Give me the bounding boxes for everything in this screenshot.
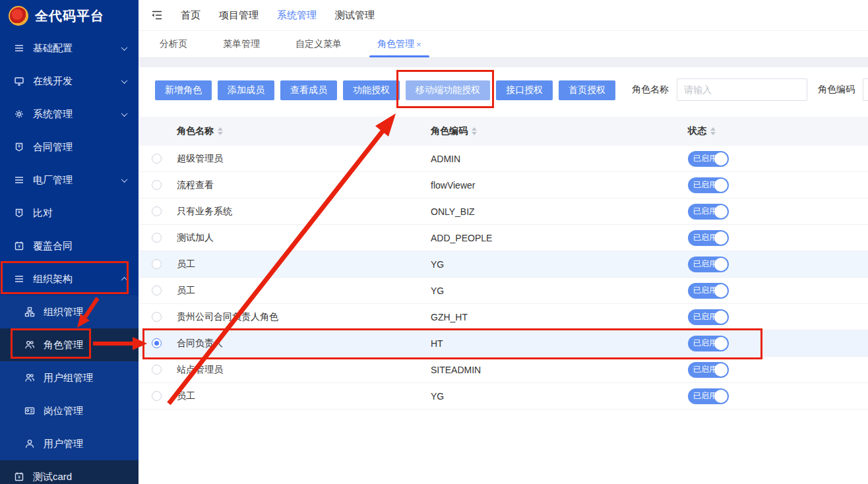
- sort-icon[interactable]: [472, 127, 477, 135]
- menu-icon: [13, 175, 25, 185]
- sort-icon[interactable]: [218, 127, 223, 135]
- row-radio[interactable]: [152, 154, 162, 164]
- sidebar-item-plant-mgmt[interactable]: 电厂管理: [0, 164, 139, 197]
- status-toggle[interactable]: 已启用: [688, 336, 729, 351]
- api-auth-button[interactable]: 接口授权: [496, 80, 553, 100]
- status-toggle[interactable]: 已启用: [688, 204, 729, 220]
- sidebar: 全代码平台 基础配置 在线开发 系统管理 ¥ 合同管理 电厂管理 ¥ 比对 ¥ …: [0, 0, 139, 484]
- sidebar-item-label: 电厂管理: [33, 174, 73, 187]
- chevron-down-icon: [121, 77, 128, 84]
- tab-bar: 分析页 菜单管理 自定义菜单 角色管理 ×: [139, 31, 868, 58]
- sidebar-item-compare[interactable]: ¥ 比对: [0, 197, 139, 229]
- tab-menu-mgmt[interactable]: 菜单管理: [220, 31, 263, 57]
- table-row[interactable]: 合同负责人 HT 已启用: [139, 330, 868, 357]
- row-radio[interactable]: [152, 180, 162, 190]
- row-radio[interactable]: [152, 233, 162, 243]
- status-label: 已启用: [693, 232, 717, 243]
- chevron-down-icon: [121, 176, 128, 183]
- row-radio[interactable]: [152, 391, 162, 401]
- role-code-cell: YG: [431, 391, 688, 402]
- role-code-cell: HT: [431, 338, 688, 349]
- role-name-input[interactable]: [677, 78, 807, 101]
- row-radio[interactable]: [152, 206, 162, 216]
- calendar-icon: ¥: [13, 471, 25, 482]
- sidebar-item-label: 组织管理: [44, 306, 83, 318]
- row-radio[interactable]: [152, 312, 162, 322]
- sort-icon[interactable]: [710, 127, 716, 135]
- function-auth-button[interactable]: 功能授权: [343, 80, 400, 100]
- sidebar-item-contract-mgmt[interactable]: ¥ 合同管理: [0, 131, 139, 164]
- row-radio[interactable]: [152, 365, 162, 375]
- status-toggle[interactable]: 已启用: [688, 283, 729, 299]
- badge-icon: ¥: [13, 208, 25, 218]
- status-toggle[interactable]: 已启用: [688, 362, 729, 378]
- calendar-icon: ¥: [13, 241, 25, 251]
- table-row[interactable]: 流程查看 flowViewer 已启用: [139, 172, 868, 198]
- sidebar-item-org-structure[interactable]: 组织架构: [0, 262, 139, 295]
- tab-role-mgmt[interactable]: 角色管理 ×: [375, 31, 424, 57]
- table-row[interactable]: 员工 YG 已启用: [139, 251, 868, 278]
- sidebar-item-label: 比对: [33, 207, 53, 220]
- svg-text:¥: ¥: [18, 475, 20, 479]
- people-icon: [24, 340, 36, 350]
- row-radio[interactable]: [152, 338, 162, 348]
- sidebar-item-label: 系统管理: [33, 108, 73, 121]
- add-role-button[interactable]: 新增角色: [155, 80, 212, 100]
- table-row[interactable]: 只有业务系统 ONLY_BIZ 已启用: [139, 198, 868, 225]
- filter-group: 角色名称 角色编码: [632, 78, 868, 101]
- sidebar-item-post-mgmt[interactable]: 岗位管理: [0, 394, 139, 427]
- view-member-button[interactable]: 查看成员: [280, 80, 337, 100]
- status-label: 已启用: [693, 364, 717, 375]
- sidebar-item-role-mgmt[interactable]: 角色管理: [0, 328, 139, 361]
- table-row[interactable]: 贵州公司合同负责人角色 GZH_HT 已启用: [139, 304, 868, 330]
- role-code-cell: YG: [431, 259, 688, 270]
- add-member-button[interactable]: 添加成员: [218, 80, 274, 100]
- sidebar-item-user-group-mgmt[interactable]: 用户组管理: [0, 361, 139, 394]
- table-row[interactable]: 员工 YG 已启用: [139, 278, 868, 304]
- sidebar-item-base-config[interactable]: 基础配置: [0, 32, 139, 65]
- status-toggle[interactable]: 已启用: [688, 257, 729, 272]
- home-auth-button[interactable]: 首页授权: [559, 80, 615, 100]
- role-name-cell: 员工: [177, 285, 431, 297]
- toolbar: 新增角色 添加成员 查看成员 功能授权 移动端功能授权 接口授权 首页授权 角色…: [139, 67, 868, 117]
- nav-item-system-mgmt[interactable]: 系统管理: [277, 9, 317, 22]
- sidebar-item-label: 覆盖合同: [33, 240, 73, 253]
- mobile-function-auth-button[interactable]: 移动端功能授权: [406, 80, 490, 100]
- status-toggle[interactable]: 已启用: [688, 388, 729, 404]
- content-divider: [139, 58, 868, 67]
- table-row[interactable]: 员工 YG 已启用: [139, 383, 868, 409]
- table-body: 超级管理员 ADMIN 已启用 流程查看 flowViewer 已启用 只有业务…: [139, 146, 868, 409]
- tab-custom-menu[interactable]: 自定义菜单: [293, 31, 344, 57]
- role-code-input[interactable]: [863, 78, 868, 101]
- sidebar-item-online-dev[interactable]: 在线开发: [0, 65, 139, 98]
- tab-analysis[interactable]: 分析页: [157, 31, 190, 57]
- table-row[interactable]: 超级管理员 ADMIN 已启用: [139, 146, 868, 172]
- row-radio[interactable]: [152, 259, 162, 269]
- sidebar-item-test-card[interactable]: ¥ 测试card: [0, 460, 139, 484]
- sidebar-item-org-mgmt[interactable]: 组织管理: [0, 295, 139, 328]
- status-toggle[interactable]: 已启用: [688, 309, 729, 325]
- column-header-role-code[interactable]: 角色编码: [431, 125, 688, 137]
- sidebar-item-cover-contract[interactable]: ¥ 覆盖合同: [0, 229, 139, 262]
- sidebar-item-label: 测试card: [33, 471, 72, 483]
- table-row[interactable]: 站点管理员 SITEADMIN 已启用: [139, 357, 868, 383]
- sidebar-item-label: 用户组管理: [44, 372, 93, 384]
- menu-icon: [13, 274, 25, 284]
- svg-text:¥: ¥: [18, 144, 20, 148]
- status-toggle[interactable]: 已启用: [688, 230, 729, 246]
- table-row[interactable]: 测试加人 ADD_PEOPLE 已启用: [139, 225, 868, 251]
- sidebar-item-user-mgmt[interactable]: 用户管理: [0, 427, 139, 460]
- nav-item-project-mgmt[interactable]: 项目管理: [219, 9, 259, 22]
- nav-item-test-mgmt[interactable]: 测试管理: [335, 9, 375, 22]
- status-toggle[interactable]: 已启用: [688, 177, 729, 193]
- column-header-role-name[interactable]: 角色名称: [177, 125, 431, 137]
- nav-item-home[interactable]: 首页: [181, 9, 201, 22]
- column-header-status[interactable]: 状态: [688, 125, 868, 137]
- close-icon[interactable]: ×: [416, 40, 421, 49]
- sidebar-collapse-icon[interactable]: [150, 9, 164, 22]
- row-radio[interactable]: [152, 286, 162, 295]
- sidebar-item-system-mgmt[interactable]: 系统管理: [0, 98, 139, 131]
- role-code-cell: ADMIN: [431, 154, 688, 164]
- role-code-cell: ADD_PEOPLE: [431, 233, 688, 243]
- status-toggle[interactable]: 已启用: [688, 151, 729, 167]
